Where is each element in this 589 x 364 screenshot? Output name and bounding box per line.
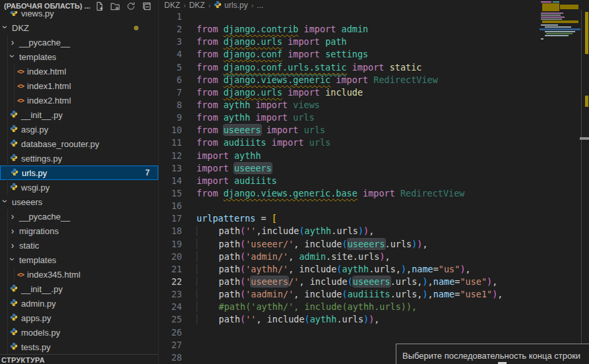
breadcrumb-separator: › (183, 1, 186, 9)
chevron-down-icon: › (9, 256, 16, 262)
python-file-icon (10, 183, 18, 193)
code-line-19[interactable]: 19 path('useeer/', include(useeers.urls)… (159, 238, 589, 251)
collapse-all-icon[interactable] (142, 1, 152, 11)
code-line-25[interactable]: 25 path('', include(aythh.urls)), (159, 313, 589, 326)
line-number: 7 (159, 86, 182, 99)
code-line-26[interactable]: 26 (159, 326, 589, 339)
line-number: 17 (159, 212, 182, 225)
line-number: 5 (159, 61, 182, 74)
tree-item-urls.py[interactable]: urls.py7 (0, 166, 158, 180)
code-line-6[interactable]: 6from django.views.generic import Redire… (159, 74, 589, 86)
new-file-icon[interactable] (94, 1, 104, 11)
code-line-23[interactable]: 23 path('aadmin/', include(audiiits.urls… (159, 288, 589, 301)
tree-item-__pycache__[interactable]: ›__pycache__ (0, 209, 158, 224)
tree-item-static[interactable]: ›static (0, 238, 158, 253)
line-number: 21 (159, 263, 182, 276)
tree-item-__pycache__[interactable]: ›__pycache__ (0, 35, 158, 49)
line-number: 2 (159, 23, 182, 36)
code-line-1[interactable]: 1 (159, 11, 589, 23)
tree-item-templates[interactable]: ›templates (0, 253, 158, 267)
line-number: 14 (159, 175, 182, 187)
code-line-18[interactable]: 18 path('',include(aythh.urls)), (159, 225, 589, 237)
line-number: 28 (159, 351, 182, 364)
python-file-icon (10, 313, 18, 323)
code-line-4[interactable]: 4from django.conf import settings (159, 48, 589, 61)
modified-count-badge: 7 (145, 168, 150, 177)
tree-item-tests.py[interactable]: tests.py (0, 340, 158, 354)
code-line-7[interactable]: 7from django.urls import include (159, 86, 589, 99)
tree-item-DKZ[interactable]: ›DKZ (0, 20, 158, 35)
tree-item-migrations[interactable]: ›migrations (0, 224, 158, 238)
code-area[interactable]: 12from django.contrib import admin3from … (159, 11, 589, 364)
tree-item-index1.html[interactable]: <>index1.html (0, 78, 158, 93)
tree-item-apps.py[interactable]: apps.py (0, 311, 158, 325)
code-line-15[interactable]: 15from django.views.generic.base import … (159, 187, 589, 200)
python-file-icon (10, 139, 18, 149)
code-line-8[interactable]: 8from aythh import views (159, 99, 589, 111)
code-line-20[interactable]: 20 path('admin/', admin.site.urls), (159, 251, 589, 263)
breadcrumb-item[interactable]: DKZ (189, 1, 205, 10)
line-number: 24 (159, 301, 182, 313)
line-number: 23 (159, 288, 182, 301)
explorer-section-header[interactable]: (РАБОЧАЯ ОБЛАСТЬ) ... (0, 0, 158, 11)
line-number: 26 (159, 326, 182, 339)
code-line-3[interactable]: 3from django.urls import path (159, 36, 589, 48)
tree-item-index.html[interactable]: <>index.html (0, 64, 158, 78)
tree-item-useeers[interactable]: ›useeers (0, 195, 158, 209)
editor-pane: DKZ›DKZ›urls.py›... 12from django.contri… (159, 0, 589, 364)
code-line-9[interactable]: 9from aythh import urls (159, 111, 589, 124)
breadcrumb-item[interactable]: ... (257, 1, 263, 10)
new-folder-icon[interactable] (110, 1, 120, 11)
tree-item-database_roouter.py[interactable]: database_roouter.py (0, 136, 158, 151)
chevron-right-icon: › (9, 242, 16, 249)
html-file-icon: <> (17, 82, 24, 90)
tree-indent-guide (7, 35, 8, 195)
breadcrumb-item[interactable]: urls.py (224, 1, 247, 10)
line-number: 8 (159, 99, 182, 111)
tree-item-asgi.py[interactable]: asgi.py (0, 122, 158, 136)
chevron-down-icon: › (9, 53, 16, 59)
code-line-17[interactable]: 17urlpatterns = [ (159, 212, 589, 225)
chevron-down-icon: › (2, 24, 9, 30)
tree-item-__init__.py[interactable]: __init__.py (0, 282, 158, 296)
code-line-12[interactable]: 12import aythh (159, 150, 589, 162)
python-file-icon (10, 328, 18, 338)
tree-item-settings.py[interactable]: settings.py (0, 151, 158, 166)
line-number: 18 (159, 225, 182, 237)
line-number: 16 (159, 200, 182, 212)
code-line-24[interactable]: 24 #path('aythh/', include(aythh.urls)), (159, 301, 589, 313)
code-line-10[interactable]: 10from useeers import urls (159, 124, 589, 136)
outline-section-header[interactable]: СТРУКТУРА (0, 354, 158, 364)
code-line-22[interactable]: 22 path('useeers/', include(useeers.urls… (159, 276, 589, 288)
code-line-13[interactable]: 13import useeers (159, 162, 589, 175)
tree-item-admin.py[interactable]: admin.py (0, 296, 158, 311)
code-line-2[interactable]: 2from django.contrib import admin (159, 23, 589, 36)
code-line-21[interactable]: 21 path('aythh/', include(aythh.urls,),n… (159, 263, 589, 276)
workspace-title: (РАБОЧАЯ ОБЛАСТЬ) ... (4, 2, 90, 10)
breadcrumb-separator: › (208, 1, 211, 9)
scrollbar-border (581, 10, 582, 364)
code-line-5[interactable]: 5from django.conf.urls.static import sta… (159, 61, 589, 74)
chevron-down-icon: › (2, 198, 9, 204)
code-line-14[interactable]: 14import audiiits (159, 175, 589, 187)
code-line-16[interactable]: 16 (159, 200, 589, 212)
tree-item-wsgi.py[interactable]: wsgi.py (0, 180, 158, 195)
chevron-right-icon: › (9, 213, 16, 220)
line-number: 15 (159, 187, 182, 200)
python-file-icon (10, 342, 18, 352)
refresh-icon[interactable] (126, 1, 136, 11)
tree-indent-guide (14, 64, 15, 107)
line-number: 11 (159, 136, 182, 149)
python-file-icon (10, 154, 18, 164)
tree-item-index345.html[interactable]: <>index345.html (0, 267, 158, 282)
tree-item-__init__.py[interactable]: __init__.py (0, 107, 158, 122)
file-tree: views.py›DKZ›__pycache__›templates<>inde… (0, 6, 158, 354)
line-number: 19 (159, 238, 182, 251)
code-line-11[interactable]: 11from audiiits import urls (159, 136, 589, 149)
outline-section-label: СТРУКТУРА (1, 356, 45, 364)
tree-item-index2.html[interactable]: <>index2.html (0, 93, 158, 107)
breadcrumb-item[interactable]: DKZ (164, 1, 180, 10)
tree-item-templates[interactable]: ›templates (0, 49, 158, 64)
tree-item-models.py[interactable]: models.py (0, 325, 158, 340)
statusbar-tooltip: Выберите последовательность конца строки (396, 344, 589, 364)
